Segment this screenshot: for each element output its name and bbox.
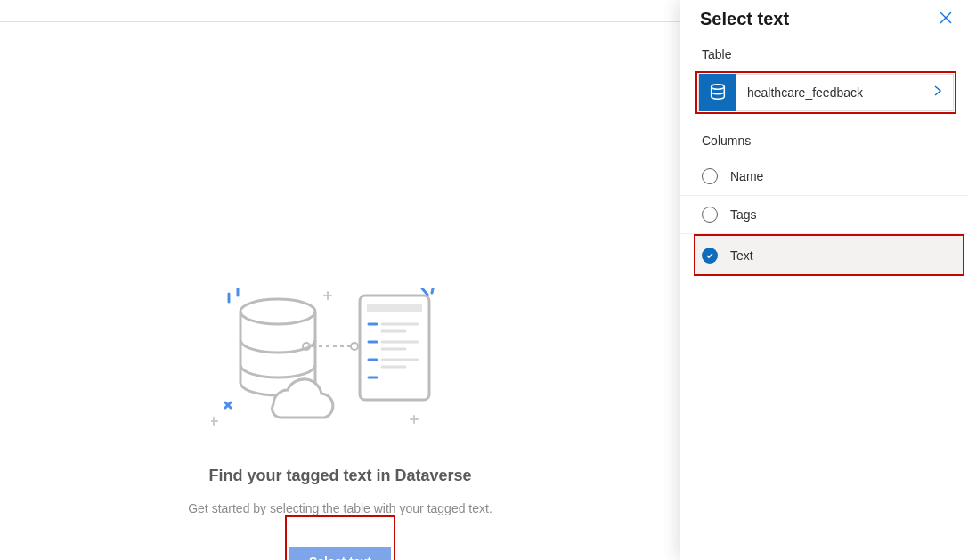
column-label: Tags xyxy=(730,207,757,222)
column-list: Name Tags Text xyxy=(680,158,968,276)
panel-header: Select text xyxy=(680,0,968,35)
table-selector-highlight: healthcare_feedback xyxy=(695,71,956,114)
main-heading: Find your tagged text in Dataverse xyxy=(208,467,471,485)
column-option-name[interactable]: Name xyxy=(680,158,968,196)
radio-checked-icon xyxy=(702,248,718,264)
table-selector[interactable]: healthcare_feedback xyxy=(698,74,954,111)
select-text-panel: Select text Table healthcare_feedback Co… xyxy=(680,0,968,560)
svg-point-15 xyxy=(351,343,358,350)
column-label: Name xyxy=(730,169,763,183)
dataverse-illustration xyxy=(211,288,469,426)
svg-line-10 xyxy=(422,288,427,295)
columns-section-label: Columns xyxy=(680,121,968,155)
panel-title: Select text xyxy=(700,9,789,29)
illustration xyxy=(211,288,469,426)
svg-point-12 xyxy=(240,299,315,324)
close-icon[interactable] xyxy=(938,10,954,29)
database-icon xyxy=(699,74,736,111)
radio-unchecked-icon xyxy=(702,207,718,223)
main-subtext: Get started by selecting the table with … xyxy=(188,501,492,515)
table-name: healthcare_feedback xyxy=(736,85,931,100)
column-option-text-highlight: Text xyxy=(694,234,964,276)
column-option-tags[interactable]: Tags xyxy=(680,196,968,234)
column-option-text[interactable]: Text xyxy=(695,236,963,274)
svg-point-28 xyxy=(712,85,725,90)
chevron-right-icon xyxy=(931,85,944,101)
main-content: Find your tagged text in Dataverse Get s… xyxy=(0,21,680,560)
svg-rect-17 xyxy=(367,304,422,312)
table-section-label: Table xyxy=(680,35,968,69)
select-text-button-highlight: Select text xyxy=(285,515,395,560)
radio-unchecked-icon xyxy=(702,168,718,184)
svg-line-11 xyxy=(432,288,434,293)
select-text-button[interactable]: Select text xyxy=(289,547,391,560)
column-label: Text xyxy=(730,248,753,263)
